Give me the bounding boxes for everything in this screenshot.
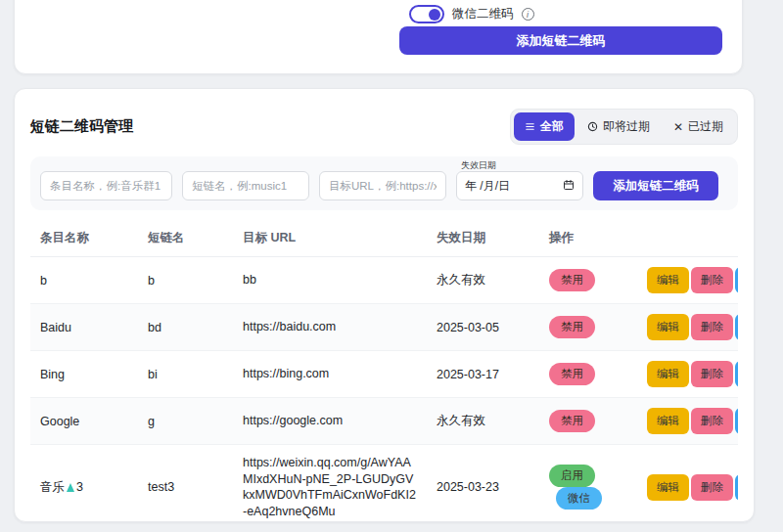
cell-target-url: https://bing.com (233, 351, 427, 398)
cell-target-url: https://baidu.com (233, 304, 427, 351)
cell-entry-name: Bing (30, 351, 138, 398)
clock-icon (587, 121, 598, 132)
status-filter-group: 全部 即将过期 ✕ 已过期 (510, 109, 738, 145)
target-url-input[interactable] (319, 171, 446, 200)
x-icon: ✕ (673, 120, 683, 134)
status-badge-danger[interactable]: 禁用 (549, 316, 595, 338)
cell-target-url: bb (233, 257, 427, 304)
cell-expire-date: 2025-03-17 (427, 351, 539, 398)
page-title: 短链二维码管理 (30, 117, 133, 136)
cell-slug: g (138, 398, 233, 445)
table-row: Bingbihttps://bing.com2025-03-17禁用编辑删除二维… (30, 351, 738, 398)
qr-create-card: 微信二维码 i 添加短链二维码 (14, 0, 743, 74)
edit-button[interactable]: 编辑 (647, 408, 689, 434)
entry-name-input[interactable] (40, 171, 172, 200)
qr-button[interactable]: 二维码 (735, 267, 738, 293)
delete-button[interactable]: 删除 (691, 361, 733, 387)
edit-button[interactable]: 编辑 (647, 267, 689, 293)
filter-expiring-button[interactable]: 即将过期 (576, 112, 661, 141)
cell-expire-date: 2025-03-05 (427, 304, 539, 351)
list-icon (525, 121, 535, 132)
edit-button[interactable]: 编辑 (647, 314, 689, 340)
cell-expire-date: 永久有效 (427, 257, 539, 304)
wechat-toggle-row: 微信二维码 i (409, 5, 534, 23)
status-badge-danger[interactable]: 禁用 (549, 410, 595, 432)
qr-button[interactable]: 二维码 (735, 474, 738, 501)
delete-button[interactable]: 删除 (691, 474, 733, 501)
cell-actions: 编辑删除二维码 (637, 304, 738, 351)
column-header: 条目名称 (30, 218, 138, 257)
cell-target-url: https://weixin.qq.com/g/AwYAAMIxdXHuN-pN… (233, 445, 427, 523)
filter-all-label: 全部 (540, 118, 564, 135)
column-header-empty (637, 218, 738, 257)
cell-status: 禁用 (539, 304, 637, 351)
table-row: 音乐3test3https://weixin.qq.com/g/AwYAAMIx… (30, 445, 738, 523)
add-shortlink-qr-button-top[interactable]: 添加短链二维码 (399, 26, 722, 55)
cell-slug: bd (138, 304, 233, 351)
tree-emoji-icon (67, 483, 74, 492)
status-badge-danger[interactable]: 禁用 (549, 363, 595, 385)
cell-entry-name: Baidu (30, 304, 138, 351)
cell-status: 禁用 (539, 398, 637, 445)
cell-entry-name: 音乐3 (30, 445, 138, 523)
card-header: 短链二维码管理 全部 即将过期 ✕ 已过期 (30, 109, 738, 145)
cell-actions: 编辑删除二维码 (637, 398, 738, 445)
filter-expired-label: 已过期 (688, 118, 723, 135)
shortlink-manager-card: 短链二维码管理 全部 即将过期 ✕ 已过期 失效日 (14, 88, 755, 522)
table-row: Googleghttps://google.com永久有效禁用编辑删除二维码 (30, 398, 738, 445)
expire-date-value: 年 /月/日 (465, 178, 563, 195)
cell-target-url: https://google.com (233, 398, 427, 445)
edit-button[interactable]: 编辑 (647, 361, 689, 387)
edit-button[interactable]: 编辑 (647, 474, 689, 501)
expire-date-label: 失效日期 (461, 159, 496, 172)
wechat-toggle-label: 微信二维码 (452, 6, 514, 22)
cell-expire-date: 2025-03-23 (427, 445, 539, 523)
cell-status: 禁用 (539, 351, 637, 398)
column-header: 目标 URL (233, 218, 427, 257)
table-viewport: 条目名称短链名目标 URL失效日期操作 bbbb永久有效禁用编辑删除二维码Bai… (30, 218, 738, 522)
expire-date-field[interactable]: 失效日期 年 /月/日 (456, 171, 583, 200)
cell-actions: 编辑删除二维码 (637, 257, 738, 304)
toggle-knob-icon (429, 9, 440, 21)
calendar-icon[interactable] (563, 177, 575, 195)
qr-button[interactable]: 二维码 (735, 408, 738, 434)
cell-slug: bi (138, 351, 233, 398)
status-badge-wechat[interactable]: 微信 (556, 487, 602, 510)
cell-entry-name: Google (30, 398, 138, 445)
qr-button[interactable]: 二维码 (735, 361, 738, 387)
table-head-row: 条目名称短链名目标 URL失效日期操作 (30, 218, 738, 257)
status-badge-danger[interactable]: 禁用 (549, 269, 595, 291)
table-row: bbbb永久有效禁用编辑删除二维码 (30, 257, 738, 304)
cell-actions: 编辑删除二维码 (637, 351, 738, 398)
cell-entry-name: b (30, 257, 138, 304)
column-header: 失效日期 (427, 218, 539, 257)
delete-button[interactable]: 删除 (691, 267, 733, 293)
filter-expiring-label: 即将过期 (603, 118, 650, 135)
search-panel: 失效日期 年 /月/日 添加短链二维码 (30, 156, 738, 210)
wechat-qr-toggle[interactable] (409, 5, 444, 23)
delete-button[interactable]: 删除 (691, 314, 733, 340)
cell-slug: b (138, 257, 233, 304)
cell-status: 禁用 (539, 257, 637, 304)
filter-expired-button[interactable]: ✕ 已过期 (663, 112, 734, 141)
slug-input[interactable] (182, 171, 309, 200)
info-icon[interactable]: i (522, 8, 534, 21)
filter-all-button[interactable]: 全部 (514, 112, 575, 141)
cell-actions: 编辑删除二维码 (637, 445, 738, 523)
qr-button[interactable]: 二维码 (735, 314, 738, 340)
cell-status: 启用微信 (539, 445, 637, 523)
column-header: 短链名 (138, 218, 233, 257)
cell-slug: test3 (138, 445, 233, 523)
cell-expire-date: 永久有效 (427, 398, 539, 445)
column-header: 操作 (539, 218, 637, 257)
status-badge-success[interactable]: 启用 (549, 465, 595, 487)
table-row: Baidubdhttps://baidu.com2025-03-05禁用编辑删除… (30, 304, 738, 351)
table-body: bbbb永久有效禁用编辑删除二维码Baidubdhttps://baidu.co… (30, 257, 738, 523)
shortlinks-table: 条目名称短链名目标 URL失效日期操作 bbbb永久有效禁用编辑删除二维码Bai… (30, 218, 738, 522)
add-shortlink-qr-button[interactable]: 添加短链二维码 (593, 171, 718, 200)
delete-button[interactable]: 删除 (691, 408, 733, 434)
